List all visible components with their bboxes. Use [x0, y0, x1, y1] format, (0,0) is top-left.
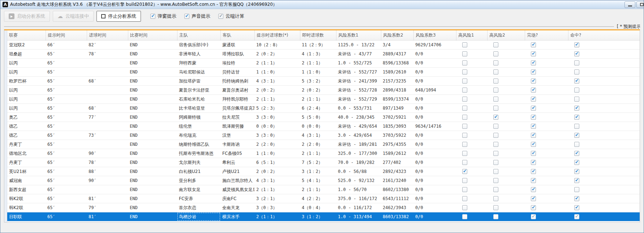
column-header-match_time[interactable]: 比赛时间: [128, 30, 177, 40]
high-risk2-checkbox[interactable]: [493, 106, 498, 111]
finished-checkbox[interactable]: [531, 97, 536, 102]
high-risk1-checkbox[interactable]: [462, 79, 467, 84]
finished-checkbox[interactable]: [531, 106, 536, 111]
finished-checkbox[interactable]: [531, 88, 536, 93]
finished-checkbox[interactable]: [531, 60, 536, 65]
hit-checkbox[interactable]: [574, 79, 579, 84]
hit-checkbox[interactable]: [574, 142, 579, 147]
high-risk2-checkbox[interactable]: [493, 97, 498, 102]
column-header-home[interactable]: 主队: [177, 30, 220, 40]
high-risk1-checkbox[interactable]: [462, 51, 467, 56]
table-row[interactable]: 以丙65′END石库哈米扎哈拜特凯尔耶特2（1：1）2（1：1）未评估 - 55…: [7, 95, 640, 104]
cloud-compute-checkbox[interactable]: 云端计算: [218, 13, 244, 20]
high-risk2-checkbox[interactable]: [493, 124, 498, 129]
high-risk1-checkbox[interactable]: [462, 133, 467, 138]
hit-checkbox[interactable]: [574, 60, 579, 65]
high-risk1-checkbox[interactable]: [462, 178, 467, 183]
table-row[interactable]: 威冠南65′90′END亚分利多施白兰凯尔特人4（3：1）5（4：1）525.0…: [7, 176, 640, 185]
high-risk2-checkbox[interactable]: [493, 133, 498, 138]
hit-checkbox[interactable]: [574, 178, 579, 183]
finished-checkbox[interactable]: [531, 69, 536, 75]
high-risk1-checkbox[interactable]: [462, 214, 467, 219]
sound-alert-checkbox[interactable]: 声音提示: [184, 13, 210, 20]
minimize-button[interactable]: [624, 1, 635, 8]
table-row[interactable]: 新西女超65′END南方联女足威灵顿凤凰女足后...2（1：1）2（1：1）1.…: [7, 185, 640, 194]
maximize-button[interactable]: [636, 1, 644, 8]
finished-checkbox[interactable]: [531, 187, 536, 192]
table-row[interactable]: 丹麦丁65′END纳斯特维德乙队卡斯路讷2（2：0）2（2：0）未评估 - 18…: [7, 140, 640, 149]
finished-checkbox[interactable]: [531, 124, 536, 129]
table-row[interactable]: 德乙65′END纽伦堡凯泽斯劳滕0（0：0）0（0：0）未评估 - 429/65…: [7, 122, 640, 131]
sound-alert-checkbox-box[interactable]: [184, 14, 189, 19]
column-header-tip_time[interactable]: 提示时间: [46, 30, 87, 40]
high-risk2-checkbox[interactable]: [493, 60, 498, 65]
column-header-live_goals[interactable]: 即时进球数: [300, 30, 336, 40]
high-risk2-checkbox[interactable]: [493, 178, 498, 183]
hit-checkbox[interactable]: [574, 124, 579, 129]
finished-checkbox[interactable]: [531, 51, 536, 56]
high-risk1-checkbox[interactable]: [462, 160, 467, 165]
table-row[interactable]: 德乙65′73′END布伦瑞克汉堡3（3：0）4（3：1）3.0 - 429/6…: [7, 131, 640, 140]
high-risk1-checkbox[interactable]: [462, 169, 467, 174]
hit-checkbox[interactable]: [574, 51, 579, 56]
finished-checkbox[interactable]: [531, 133, 536, 138]
column-header-high_risk2[interactable]: 高风险2: [487, 30, 525, 40]
finished-checkbox[interactable]: [531, 142, 536, 147]
column-header-tip_goals[interactable]: 提示时进球数(*): [254, 30, 300, 40]
hit-checkbox[interactable]: [574, 196, 579, 201]
table-row[interactable]: 奥乙65′77′END阿姆斯特顿拉夫尼茨3（3：0）5（5：0）40.0 - 2…: [7, 113, 640, 122]
high-risk2-checkbox[interactable]: [493, 51, 498, 56]
high-risk1-checkbox[interactable]: [462, 124, 467, 129]
table-row[interactable]: 亚冠联266′82′END宿务俱乐部(中)蒙通联10（2：8）11（2：9）11…: [7, 41, 640, 50]
column-header-away[interactable]: 客队: [220, 30, 254, 40]
table-row[interactable]: 以丙65′END马哈尼耶侯达贝特达甘1（1：0）1（1：0）未评估 - 552/…: [7, 68, 640, 77]
hit-checkbox[interactable]: [574, 187, 579, 192]
finished-checkbox[interactable]: [531, 115, 536, 120]
high-risk2-checkbox[interactable]: [493, 69, 498, 75]
table-row[interactable]: 韩K2联65′81′ENDFC安养庆南FC3（2：1）4（2：2）375.0 -…: [7, 194, 640, 203]
stop-analysis-button[interactable]: 停止分析系统: [96, 11, 141, 22]
high-risk2-checkbox[interactable]: [493, 42, 498, 47]
high-risk1-checkbox[interactable]: [462, 88, 467, 93]
table-row[interactable]: 日职联65′81′END鸟栖沙岩横滨水手2（1：1）3（1：2）1.0 - 31…: [7, 212, 640, 221]
hit-checkbox[interactable]: [574, 97, 579, 102]
high-risk1-checkbox[interactable]: [462, 115, 467, 120]
column-header-hit[interactable]: 命中?: [568, 30, 600, 40]
hit-checkbox[interactable]: [574, 160, 579, 165]
high-risk1-checkbox[interactable]: [462, 106, 467, 111]
high-risk1-checkbox[interactable]: [462, 151, 467, 156]
table-row[interactable]: 坦桑超65′78′END非洲年轻人塔博拉联队2（0：2）4（1：3）未评估 - …: [7, 50, 640, 59]
high-risk2-checkbox[interactable]: [493, 187, 498, 192]
column-header-goal_time[interactable]: 进球时间: [87, 30, 128, 40]
high-risk1-checkbox[interactable]: [462, 97, 467, 102]
hit-checkbox[interactable]: [574, 205, 579, 210]
high-risk2-checkbox[interactable]: [493, 169, 498, 174]
column-header-risk2[interactable]: 风险系数2: [381, 30, 413, 40]
table-row[interactable]: 德地区北65′90′END托斯布劳韦斯洛恩FC条顿051（1：0）2（1：1）3…: [7, 149, 640, 158]
hit-checkbox[interactable]: [574, 106, 579, 111]
table-row[interactable]: 欧罗巴杯65′68′END加拉塔萨雷托特纳姆热刺4（3：1）5（3：2）未评估 …: [7, 77, 640, 86]
column-header-league[interactable]: 联赛: [7, 30, 46, 40]
finished-checkbox[interactable]: [531, 160, 536, 165]
finished-checkbox[interactable]: [531, 178, 536, 183]
hit-checkbox[interactable]: [574, 69, 579, 75]
cloud-connecting-button[interactable]: ☁云端连接中: [53, 11, 94, 22]
hit-checkbox[interactable]: [574, 169, 579, 174]
finished-checkbox[interactable]: [531, 196, 536, 201]
table-row[interactable]: 韩K2联65′79′END首尔衣恋全南天龙3（0：3）4（0：4）0.0 - 1…: [7, 203, 640, 212]
high-risk2-checkbox[interactable]: [493, 88, 498, 93]
popup-alert-checkbox[interactable]: 弹窗提示: [150, 13, 176, 20]
table-row[interactable]: 以丙65′68′END比卡塔哈亚登贝塔尔佩塔提克瓦5（2：3）6（2：4）0.0…: [7, 104, 640, 113]
column-header-high_risk1[interactable]: 高风险1: [456, 30, 487, 40]
hit-checkbox[interactable]: [574, 115, 579, 120]
high-risk2-checkbox[interactable]: [493, 205, 498, 210]
high-risk1-checkbox[interactable]: [462, 142, 467, 147]
hit-checkbox[interactable]: [574, 42, 579, 47]
high-risk2-checkbox[interactable]: [493, 151, 498, 156]
high-risk1-checkbox[interactable]: [462, 42, 467, 47]
high-risk1-checkbox[interactable]: [462, 69, 467, 75]
finished-checkbox[interactable]: [531, 214, 536, 219]
high-risk2-checkbox[interactable]: [493, 115, 498, 120]
high-risk1-checkbox[interactable]: [462, 205, 467, 210]
start-analysis-button[interactable]: ▶启动分析系统: [4, 11, 50, 22]
